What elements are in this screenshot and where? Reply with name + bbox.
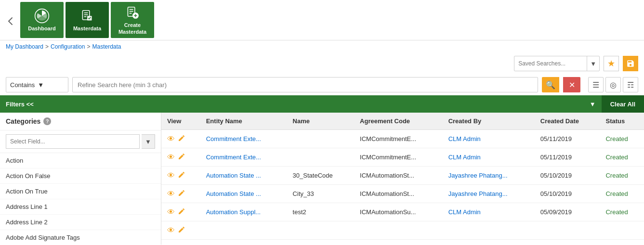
edit-icon[interactable] xyxy=(178,189,185,198)
nav-masterdata-button[interactable]: Masterdata xyxy=(66,2,109,38)
entity-link[interactable]: Automation State ... xyxy=(206,172,261,179)
search-go-button[interactable]: 🔍 xyxy=(542,77,559,92)
agreement-code-cell xyxy=(354,221,443,240)
created-by-link[interactable]: Jayashree Phatang... xyxy=(448,172,508,179)
table-row: 👁 xyxy=(161,221,644,240)
status-cell xyxy=(600,221,644,240)
filter-item-address1[interactable]: Address Line 1 xyxy=(0,199,161,215)
table-body: 👁 Commitment Exte... ICMCommitmentE... C… xyxy=(161,130,644,240)
eye-icon[interactable]: 👁 xyxy=(167,171,175,180)
filters-header[interactable]: Filters << ▼ xyxy=(0,95,602,113)
edit-icon[interactable] xyxy=(178,207,185,217)
col-created-by: Created By xyxy=(443,113,535,130)
edit-icon[interactable] xyxy=(178,134,185,143)
save-search-button[interactable] xyxy=(623,56,638,71)
edit-icon[interactable] xyxy=(178,153,185,162)
agreement-code-cell: ICMCommitmentE... xyxy=(354,130,443,148)
status-cell: Created xyxy=(600,148,644,167)
clear-all-button[interactable]: Clear All xyxy=(602,95,644,113)
grid-view-button[interactable]: ☶ xyxy=(623,77,638,92)
entity-link[interactable]: Automation State ... xyxy=(206,190,261,197)
nav-back-button[interactable] xyxy=(4,2,18,38)
entity-name-cell: Commitment Exte... xyxy=(200,148,287,167)
created-date-cell: 05/10/2019 xyxy=(535,185,600,203)
created-by-cell: Jayashree Phatang... xyxy=(443,185,535,203)
circle-view-button[interactable]: ◎ xyxy=(605,77,621,92)
col-view: View xyxy=(161,113,200,130)
col-entity-name: Entity Name xyxy=(200,113,287,130)
nav-create-masterdata-button[interactable]: CreateMasterdata xyxy=(111,2,154,38)
filter-item-action[interactable]: Action xyxy=(0,153,161,168)
nav-dashboard-button[interactable]: Dashboard xyxy=(20,2,64,38)
created-by-link[interactable]: CLM Admin xyxy=(448,154,481,161)
col-created-date: Created Date xyxy=(535,113,600,130)
filter-item-action-true[interactable]: Action On True xyxy=(0,184,161,199)
field-select-input[interactable] xyxy=(6,134,140,149)
data-table: View Entity Name Name Agreement Code Cre… xyxy=(161,113,644,240)
entity-link[interactable]: Commitment Exte... xyxy=(206,135,261,142)
status-cell: Created xyxy=(600,203,644,221)
row-view-icons: 👁 xyxy=(167,171,195,180)
saved-searches-container: ▼ xyxy=(514,56,600,71)
agreement-code-cell: ICMCommitmentE... xyxy=(354,148,443,167)
eye-icon[interactable]: 👁 xyxy=(167,208,175,217)
categories-title: Categories xyxy=(6,117,40,125)
view-cell: 👁 xyxy=(161,221,200,240)
categories-info-icon[interactable]: ? xyxy=(43,117,51,125)
breadcrumb-config[interactable]: Configuration xyxy=(51,43,85,50)
edit-icon[interactable] xyxy=(178,226,185,235)
eye-icon[interactable]: 👁 xyxy=(167,135,175,143)
entity-name-cell: Automation State ... xyxy=(200,185,287,203)
created-date-cell xyxy=(535,221,600,240)
contains-label: Contains xyxy=(10,81,35,89)
agreement-code-cell: ICMAutomationSu... xyxy=(354,203,443,221)
col-agreement-code: Agreement Code xyxy=(354,113,443,130)
view-cell: 👁 xyxy=(161,167,200,185)
list-view-button[interactable]: ☰ xyxy=(588,77,604,92)
created-by-link[interactable]: CLM Admin xyxy=(448,135,481,142)
field-select-row: ▼ xyxy=(0,130,161,153)
filter-item-adobe[interactable]: Adobe Add Signature Tags xyxy=(0,230,161,245)
contains-select[interactable]: Contains ▼ xyxy=(6,77,68,92)
entity-link[interactable]: Commitment Exte... xyxy=(206,154,261,161)
status-cell: Created xyxy=(600,130,644,148)
table-row: 👁 Automation State ... 30_StateCode ICMA… xyxy=(161,167,644,185)
entity-link[interactable]: Automation Suppl... xyxy=(206,208,261,216)
filter-item-address2[interactable]: Address Line 2 xyxy=(0,215,161,230)
search-clear-button[interactable]: ✕ xyxy=(563,77,580,92)
breadcrumb-masterdata[interactable]: Masterdata xyxy=(92,43,121,50)
created-by-cell: CLM Admin xyxy=(443,130,535,148)
breadcrumb-home[interactable]: My Dashboard xyxy=(6,43,43,50)
filters-header-row: Filters << ▼ Clear All xyxy=(0,95,644,113)
status-badge: Created xyxy=(605,190,628,197)
filters-chevron: ▼ xyxy=(590,101,596,108)
table-row: 👁 Commitment Exte... ICMCommitmentE... C… xyxy=(161,148,644,167)
created-date-cell: 05/11/2019 xyxy=(535,130,600,148)
eye-icon[interactable]: 👁 xyxy=(167,190,175,198)
top-nav: Dashboard Masterdata CreateMasterdata xyxy=(0,0,644,40)
nav-masterdata-label: Masterdata xyxy=(73,26,101,32)
filter-item-action-false[interactable]: Action On False xyxy=(0,168,161,184)
created-by-link[interactable]: CLM Admin xyxy=(448,208,481,216)
entity-name-cell: Automation State ... xyxy=(200,167,287,185)
star-button[interactable]: ★ xyxy=(604,56,619,71)
eye-icon[interactable]: 👁 xyxy=(167,153,175,162)
created-by-link[interactable]: Jayashree Phatang... xyxy=(448,190,508,197)
nav-create-masterdata-label: CreateMasterdata xyxy=(118,22,146,35)
search-input[interactable] xyxy=(72,77,538,92)
agreement-code-cell: ICMAutomationSt... xyxy=(354,185,443,203)
created-by-cell: CLM Admin xyxy=(443,148,535,167)
main-content: Categories ? ▼ Action Action On False Ac… xyxy=(0,113,644,245)
filters-label: Filters << xyxy=(6,101,590,108)
row-view-icons: 👁 xyxy=(167,226,195,235)
name-cell xyxy=(287,130,354,148)
field-select-arrow[interactable]: ▼ xyxy=(142,134,155,149)
entity-name-cell xyxy=(200,221,287,240)
saved-searches-input[interactable] xyxy=(514,60,587,67)
saved-searches-dropdown[interactable]: ▼ xyxy=(587,56,599,71)
name-cell: 30_StateCode xyxy=(287,167,354,185)
eye-icon[interactable]: 👁 xyxy=(167,226,175,235)
edit-icon[interactable] xyxy=(178,171,185,180)
status-badge: Created xyxy=(605,154,628,161)
view-buttons: ☰ ◎ ☶ xyxy=(588,77,638,92)
